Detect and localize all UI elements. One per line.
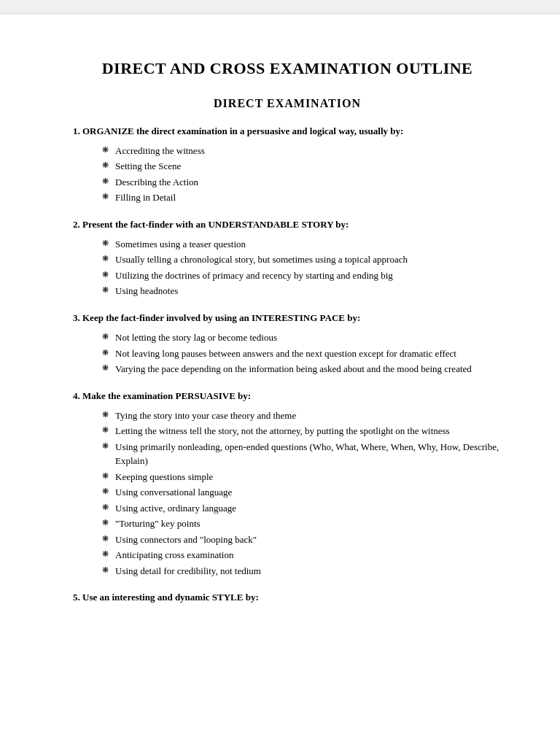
- list-item: Describing the Action: [102, 175, 502, 190]
- list-item: Sometimes using a teaser question: [102, 237, 502, 252]
- section-title: DIRECT EXAMINATION: [73, 97, 502, 110]
- section-5-heading: 5. Use an interesting and dynamic STYLE …: [73, 591, 502, 604]
- list-item: Anticipating cross examination: [102, 548, 502, 562]
- section-3: 3. Keep the fact-finder involved by usin…: [73, 311, 502, 376]
- list-item: Tying the story into your case theory an…: [102, 409, 502, 423]
- list-item: Varying the pace depending on the inform…: [102, 362, 502, 376]
- list-item: Not letting the story lag or become tedi…: [102, 330, 502, 345]
- list-item: Using headnotes: [102, 284, 502, 298]
- section-4: 4. Make the examination PERSUASIVE by:Ty…: [73, 390, 502, 578]
- list-item: Using active, ordinary language: [102, 501, 502, 516]
- list-item: Setting the Scene: [102, 159, 502, 174]
- list-item: Usually telling a chronological story, b…: [102, 252, 502, 267]
- list-item: Using detail for credibility, not tedium: [102, 564, 502, 578]
- section-4-bullet-list: Tying the story into your case theory an…: [73, 409, 502, 578]
- list-item: Using conversational language: [102, 485, 502, 500]
- section-4-heading: 4. Make the examination PERSUASIVE by:: [73, 390, 502, 403]
- list-item: Letting the witness tell the story, not …: [102, 424, 502, 438]
- main-title: DIRECT AND CROSS EXAMINATION OUTLINE: [73, 58, 502, 80]
- section-1-bullet-list: Accrediting the witnessSetting the Scene…: [73, 144, 502, 205]
- list-item: "Torturing" key points: [102, 516, 502, 531]
- section-1: 1. ORGANIZE the direct examination in a …: [73, 125, 502, 205]
- section-2: 2. Present the fact-finder with an UNDER…: [73, 218, 502, 298]
- list-item: Filling in Detail: [102, 190, 502, 205]
- list-item: Keeping questions simple: [102, 470, 502, 484]
- sections-container: 1. ORGANIZE the direct examination in a …: [73, 125, 502, 605]
- list-item: Not leaving long pauses between answers …: [102, 347, 502, 361]
- section-1-heading: 1. ORGANIZE the direct examination in a …: [73, 125, 502, 138]
- section-3-heading: 3. Keep the fact-finder involved by usin…: [73, 311, 502, 325]
- list-item: Using connectors and "looping back": [102, 533, 502, 547]
- section-3-bullet-list: Not letting the story lag or become tedi…: [73, 330, 502, 376]
- list-item: Accrediting the witness: [102, 144, 502, 158]
- list-item: Utilizing the doctrines of primacy and r…: [102, 268, 502, 283]
- section-5: 5. Use an interesting and dynamic STYLE …: [73, 591, 502, 604]
- section-2-bullet-list: Sometimes using a teaser questionUsually…: [73, 237, 502, 298]
- section-2-heading: 2. Present the fact-finder with an UNDER…: [73, 218, 502, 231]
- list-item: Using primarily nonleading, open-ended q…: [102, 440, 502, 468]
- document-page: DIRECT AND CROSS EXAMINATION OUTLINE DIR…: [0, 15, 560, 747]
